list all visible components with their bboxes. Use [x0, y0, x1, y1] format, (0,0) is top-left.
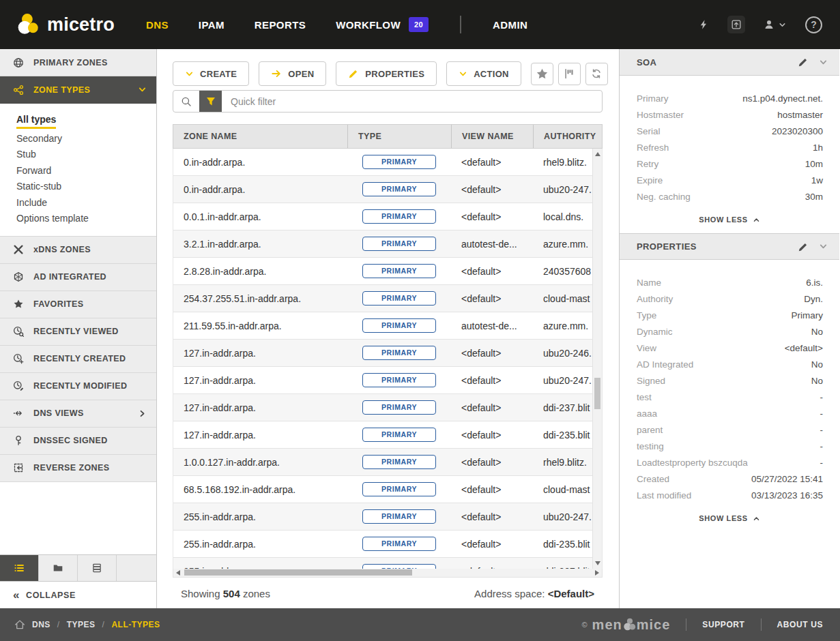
sidebar-subitem-stub[interactable]: Stub — [0, 147, 156, 163]
table-row[interactable]: 127.in-addr.arpa.PRIMARY<default>ubu20-2… — [173, 340, 602, 367]
column-header-type[interactable]: TYPE — [347, 125, 451, 148]
tab-folder-view[interactable] — [39, 555, 78, 581]
sidebar-subitem-static-stub[interactable]: Static-stub — [0, 179, 156, 195]
report-flag-button[interactable] — [558, 63, 581, 85]
filter-menu-button[interactable] — [199, 90, 222, 113]
scroll-right-arrow[interactable] — [595, 570, 599, 576]
vertical-scroll-thumb[interactable] — [594, 378, 600, 409]
sidebar-item-recently-modified[interactable]: RECENTLY MODIFIED — [0, 373, 156, 400]
table-row[interactable]: 0.in-addr.arpa.PRIMARY<default>rhel9.bli… — [173, 149, 602, 176]
view-name-cell: <default> — [451, 293, 533, 304]
horizontal-scroll-thumb[interactable] — [184, 569, 412, 576]
zone-type-cell: PRIMARY — [347, 373, 451, 387]
field-value: 1w — [811, 175, 823, 185]
soa-fields: Primaryns1.p04.dynect.net.Hostmasterhost… — [620, 76, 839, 210]
app-logo[interactable]: micetro — [0, 12, 146, 37]
soa-field-serial: Serial2023020300 — [637, 123, 823, 139]
sidebar-item-zone-types[interactable]: ZONE TYPES — [0, 76, 156, 104]
zone-type-badge: PRIMARY — [362, 318, 436, 333]
table-row[interactable]: 255.in-addr.arpa.PRIMARY<default>ddi-237… — [173, 558, 602, 569]
action-button[interactable]: ACTION — [446, 61, 521, 86]
support-link[interactable]: SUPPORT — [702, 620, 744, 629]
nav-item-reports[interactable]: REPORTS — [255, 19, 306, 31]
edit-soa-icon[interactable] — [798, 57, 809, 68]
table-row[interactable]: 68.5.168.192.in-addr.arpa.PRIMARY<defaul… — [173, 476, 602, 503]
user-menu-button[interactable] — [764, 19, 787, 30]
sidebar-item-reverse-zones[interactable]: REVERSE ZONES — [0, 455, 156, 482]
home-icon[interactable] — [14, 619, 25, 630]
zone-type-badge: PRIMARY — [362, 182, 436, 196]
table-row[interactable]: 127.in-addr.arpa.PRIMARY<default>ddi-235… — [173, 421, 602, 449]
sidebar-item-favorites[interactable]: FAVORITES — [0, 291, 156, 318]
table-row[interactable]: 3.2.1.in-addr.arpa.PRIMARYautotest-de...… — [173, 230, 602, 258]
collapse-sidebar-button[interactable]: « COLLAPSE — [0, 581, 156, 608]
sidebar-item-dnssec-signed[interactable]: DNSSEC SIGNED — [0, 428, 156, 455]
sidebar-subitem-secondary[interactable]: Secondary — [0, 131, 156, 147]
sidebar-subitem-options-template[interactable]: Options template — [0, 211, 156, 227]
collapse-soa-icon[interactable] — [819, 58, 828, 67]
column-header-zone-name[interactable]: ZONE NAME — [173, 125, 347, 148]
properties-show-less-button[interactable]: SHOW LESS — [620, 509, 839, 532]
table-row[interactable]: 211.59.55.in-addr.arpa.PRIMARYautotest-d… — [173, 312, 602, 340]
sidebar-item-dns-views[interactable]: DNS VIEWS — [0, 400, 156, 428]
sidebar-subitem-forward[interactable]: Forward — [0, 163, 156, 179]
search-icon — [173, 96, 199, 107]
table-row[interactable]: 255.in-addr.arpa.PRIMARY<default>ubu20-2… — [173, 503, 602, 531]
column-header-authority[interactable]: AUTHORITY — [533, 125, 602, 148]
favorite-button[interactable] — [531, 63, 553, 85]
table-row[interactable]: 127.in-addr.arpa.PRIMARY<default>ddi-237… — [173, 394, 602, 421]
nav-item-admin[interactable]: ADMIN — [493, 19, 527, 31]
scroll-left-arrow[interactable] — [176, 570, 180, 576]
sidebar-item-ad-integrated[interactable]: AD INTEGRATED — [0, 264, 156, 291]
sidebar-item-primary-zones[interactable]: PRIMARY ZONES — [0, 49, 156, 76]
inbox-button[interactable] — [727, 16, 745, 33]
breadcrumb-item-all-types[interactable]: ALL-TYPES — [111, 620, 160, 629]
table-row[interactable]: 2.8.28.in-addr.arpa.PRIMARY<default>2403… — [173, 258, 602, 285]
table-row[interactable]: 127.in-addr.arpa.PRIMARY<default>ubu20-2… — [173, 367, 602, 394]
open-button[interactable]: OPEN — [259, 61, 326, 86]
globe-icon — [13, 57, 24, 68]
column-header-view-name[interactable]: VIEW NAME — [451, 125, 533, 148]
sidebar-subitem-all-types[interactable]: All types — [0, 112, 156, 131]
soa-show-less-button[interactable]: SHOW LESS — [620, 210, 839, 233]
breadcrumb-item-types[interactable]: TYPES — [67, 620, 96, 629]
create-button[interactable]: CREATE — [173, 61, 249, 86]
table-row[interactable]: 0.in-addr.arpa.PRIMARY<default>ubu20-247… — [173, 176, 602, 203]
tab-server-view[interactable] — [78, 555, 117, 581]
sidebar-item-recently-created[interactable]: RECENTLY CREATED — [0, 346, 156, 373]
properties-section-header: PROPERTIES — [620, 233, 839, 260]
table-row[interactable]: 1.0.0.127.in-addr.arpa.PRIMARY<default>r… — [173, 449, 602, 476]
tab-list-view[interactable] — [0, 555, 39, 581]
collapse-properties-icon[interactable] — [819, 242, 828, 251]
properties-field-parent: parent- — [637, 421, 823, 438]
sidebar-item-recently-viewed[interactable]: RECENTLY VIEWED — [0, 318, 156, 346]
inbox-icon — [731, 19, 742, 30]
field-label: Last modified — [637, 490, 691, 501]
help-button[interactable]: ? — [805, 16, 822, 33]
breadcrumb: DNS/TYPES/ALL-TYPES — [0, 619, 160, 630]
quick-filter-input[interactable] — [222, 96, 602, 107]
nav-item-dns[interactable]: DNS — [146, 19, 169, 31]
sidebar-item-xdns-zones[interactable]: xDNS ZONES — [0, 237, 156, 264]
authority-cell: cloud-mast — [533, 293, 602, 304]
nav-item-workflow[interactable]: WORKFLOW20 — [336, 17, 429, 32]
zone-name-cell: 2.8.28.in-addr.arpa. — [173, 266, 347, 277]
quick-command-button[interactable] — [698, 19, 709, 30]
zone-types-submenu: All typesSecondaryStubForwardStatic-stub… — [0, 104, 156, 237]
nav-item-label: WORKFLOW — [336, 19, 401, 31]
properties-button[interactable]: PROPERTIES — [336, 61, 437, 86]
vertical-scrollbar[interactable] — [592, 149, 602, 569]
properties-field-type: TypePrimary — [637, 307, 823, 323]
scroll-up-arrow[interactable] — [595, 152, 600, 156]
scroll-down-arrow[interactable] — [595, 561, 600, 565]
table-row[interactable]: 255.in-addr.arpa.PRIMARY<default>ddi-235… — [173, 531, 602, 558]
table-row[interactable]: 254.37.255.51.in-addr.arpa.PRIMARY<defau… — [173, 285, 602, 312]
edit-properties-icon[interactable] — [798, 241, 809, 252]
about-us-link[interactable]: ABOUT US — [777, 620, 823, 629]
table-row[interactable]: 0.0.1.in-addr.arpa.PRIMARY<default>local… — [173, 203, 602, 230]
refresh-button[interactable] — [585, 63, 608, 85]
breadcrumb-item-dns[interactable]: DNS — [32, 620, 50, 629]
horizontal-scrollbar[interactable] — [173, 569, 603, 578]
sidebar-subitem-include[interactable]: Include — [0, 195, 156, 211]
nav-item-ipam[interactable]: IPAM — [199, 19, 225, 31]
